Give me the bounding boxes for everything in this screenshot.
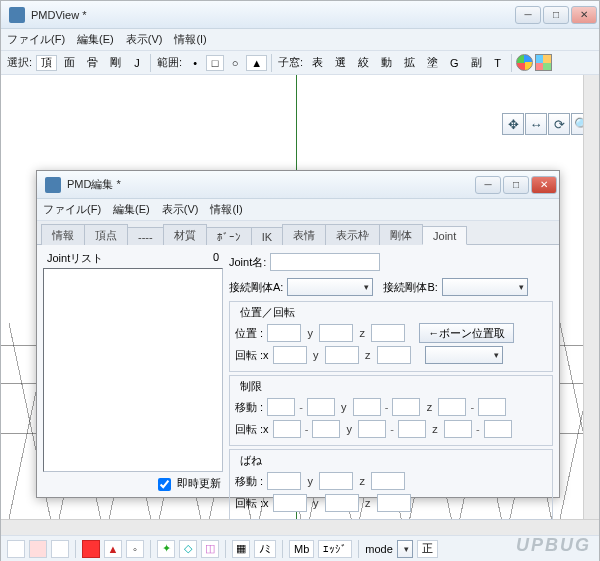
pos-x-input[interactable] <box>267 324 301 342</box>
sb-mb[interactable]: Mb <box>289 540 314 558</box>
cw-8[interactable]: T <box>489 55 507 71</box>
spr-ry[interactable] <box>325 494 359 512</box>
sel-bone[interactable]: 骨 <box>82 53 103 72</box>
pos-z-input[interactable] <box>371 324 405 342</box>
range-dot1[interactable]: • <box>186 55 204 71</box>
close-button[interactable]: ✕ <box>571 6 597 24</box>
child-menu-info[interactable]: 情報(I) <box>210 202 242 217</box>
minimize-button[interactable]: ─ <box>515 6 541 24</box>
lim-rx1[interactable] <box>273 420 301 438</box>
menu-edit[interactable]: 編集(E) <box>77 32 114 47</box>
lim-mx1[interactable] <box>267 398 295 416</box>
tab-info[interactable]: 情報 <box>41 224 85 245</box>
range-tri[interactable]: ▲ <box>246 55 267 71</box>
cw-0[interactable]: 表 <box>307 53 328 72</box>
sb-cube[interactable]: ◫ <box>201 540 219 558</box>
child-menu-view[interactable]: 表示(V) <box>162 202 199 217</box>
sb-right[interactable]: 正 <box>417 540 438 558</box>
cw-3[interactable]: 動 <box>376 53 397 72</box>
sb-up[interactable]: ▲ <box>104 540 122 558</box>
color-grid-icon[interactable] <box>535 54 552 71</box>
spr-mx[interactable] <box>267 472 301 490</box>
cw-7[interactable]: 副 <box>466 53 487 72</box>
sb-edge[interactable]: ｴｯｼﾞ <box>318 540 352 558</box>
sb-mode-label: mode <box>365 543 393 555</box>
move-icon[interactable]: ↔ <box>525 113 547 135</box>
lim-rx2[interactable] <box>312 420 340 438</box>
child-titlebar[interactable]: PMD編集 * ─ □ ✕ <box>37 171 559 199</box>
rigid-a-combo[interactable] <box>287 278 373 296</box>
bone-pos-button[interactable]: ←ボーン位置取 <box>419 323 514 343</box>
range-box[interactable]: □ <box>206 55 224 71</box>
sb-mode-combo[interactable] <box>397 540 413 558</box>
sb-cyan[interactable]: ◇ <box>179 540 197 558</box>
child-close-button[interactable]: ✕ <box>531 176 557 194</box>
cw-1[interactable]: 選 <box>330 53 351 72</box>
rot-x-input[interactable] <box>273 346 307 364</box>
spr-my[interactable] <box>319 472 353 490</box>
lim-mx2[interactable] <box>307 398 335 416</box>
tab-vertex[interactable]: 頂点 <box>84 224 128 245</box>
tab-joint[interactable]: Joint <box>422 226 467 245</box>
range-circle[interactable]: ○ <box>226 55 244 71</box>
rotate-icon[interactable]: ⟳ <box>548 113 570 135</box>
cw-5[interactable]: 塗 <box>422 53 443 72</box>
maximize-button[interactable]: □ <box>543 6 569 24</box>
lim-mz1[interactable] <box>438 398 466 416</box>
rot-label: 回転 :x <box>235 348 269 363</box>
child-menu-edit[interactable]: 編集(E) <box>113 202 150 217</box>
sb-nomi[interactable]: ﾉﾐ <box>254 540 276 558</box>
sb-box3[interactable] <box>51 540 69 558</box>
spr-mz[interactable] <box>371 472 405 490</box>
child-minimize-button[interactable]: ─ <box>475 176 501 194</box>
child-menu-file[interactable]: ファイル(F) <box>43 202 101 217</box>
sb-grid[interactable]: ▦ <box>232 540 250 558</box>
spring-move-label: 移動 : <box>235 474 263 489</box>
lim-ry1[interactable] <box>358 420 386 438</box>
sel-face[interactable]: 面 <box>59 53 80 72</box>
rot-combo[interactable] <box>425 346 503 364</box>
lim-rz1[interactable] <box>444 420 472 438</box>
scrollbar-horizontal[interactable] <box>1 519 599 535</box>
sel-rigid[interactable]: 剛 <box>105 53 126 72</box>
spr-rx[interactable] <box>273 494 307 512</box>
sel-vertex[interactable]: 頂 <box>36 55 57 71</box>
tab-bone[interactable]: ﾎﾞｰﾝ <box>206 227 252 245</box>
tab-ik[interactable]: IK <box>251 227 283 245</box>
lim-rz2[interactable] <box>484 420 512 438</box>
cw-6[interactable]: G <box>445 55 464 71</box>
sb-box1[interactable] <box>7 540 25 558</box>
menu-file[interactable]: ファイル(F) <box>7 32 65 47</box>
tab-display[interactable]: 表示枠 <box>325 224 380 245</box>
menu-view[interactable]: 表示(V) <box>126 32 163 47</box>
rot-z-input[interactable] <box>377 346 411 364</box>
autoupdate-checkbox[interactable] <box>158 478 171 491</box>
main-titlebar[interactable]: PMDView * ─ □ ✕ <box>1 1 599 29</box>
joint-name-input[interactable] <box>270 253 380 271</box>
sb-red[interactable] <box>82 540 100 558</box>
sel-joint[interactable]: J <box>128 55 146 71</box>
rigid-b-combo[interactable] <box>442 278 528 296</box>
sb-box2[interactable] <box>29 540 47 558</box>
pan-icon[interactable]: ✥ <box>502 113 524 135</box>
tab-material[interactable]: 材質 <box>163 224 207 245</box>
tab-dash[interactable]: ---- <box>127 227 164 245</box>
cw-4[interactable]: 拡 <box>399 53 420 72</box>
tab-rigid[interactable]: 剛体 <box>379 224 423 245</box>
lim-mz2[interactable] <box>478 398 506 416</box>
scrollbar-vertical[interactable] <box>583 75 599 535</box>
spr-rz[interactable] <box>377 494 411 512</box>
tab-morph[interactable]: 表情 <box>282 224 326 245</box>
lim-ry2[interactable] <box>398 420 426 438</box>
lim-my1[interactable] <box>353 398 381 416</box>
color-target-icon[interactable] <box>516 54 533 71</box>
rot-y-input[interactable] <box>325 346 359 364</box>
child-maximize-button[interactable]: □ <box>503 176 529 194</box>
sb-dot[interactable]: ◦ <box>126 540 144 558</box>
cw-2[interactable]: 絞 <box>353 53 374 72</box>
lim-my2[interactable] <box>392 398 420 416</box>
sb-green[interactable]: ✦ <box>157 540 175 558</box>
menu-info[interactable]: 情報(I) <box>174 32 206 47</box>
pos-y-input[interactable] <box>319 324 353 342</box>
joint-listbox[interactable] <box>43 268 223 472</box>
